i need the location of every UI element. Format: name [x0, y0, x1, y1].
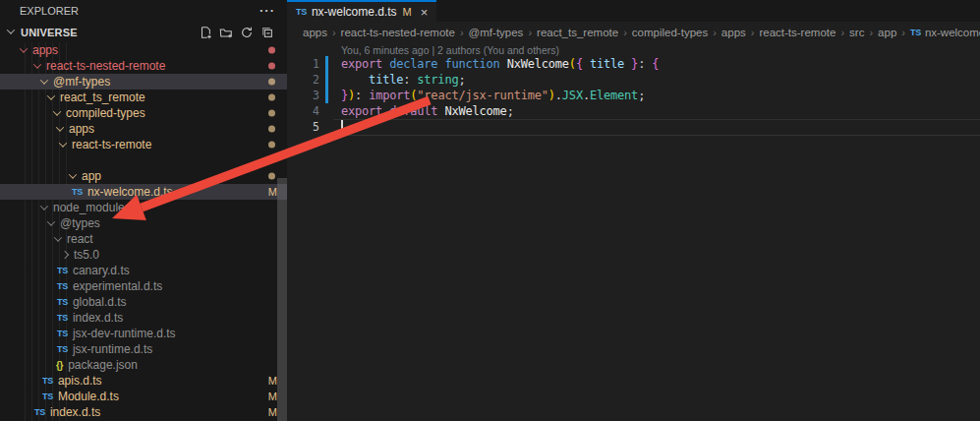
- code-line[interactable]: 2 title: string;: [287, 72, 980, 88]
- vscode-window: EXPLORER ··· UNIVERSE appsreact-ts-neste…: [0, 0, 980, 421]
- code-line[interactable]: 1export declare function NxWelcome({ tit…: [287, 56, 980, 72]
- collapse-all-icon[interactable]: [260, 26, 274, 39]
- git-status-dot: [268, 94, 275, 101]
- code-line[interactable]: 3}): import("react/jsx-runtime").JSX.Ele…: [287, 88, 980, 103]
- tree-item-react_ts_remote[interactable]: react_ts_remote: [0, 90, 287, 105]
- typescript-icon: TS: [57, 313, 68, 323]
- code-line[interactable]: 5: [287, 119, 980, 135]
- tree-item-apps[interactable]: apps: [0, 121, 287, 137]
- tree-item-label: ts5.0: [74, 248, 99, 262]
- tree-item-label: global.d.ts: [73, 295, 127, 309]
- tree-item-jsx-runtime.d.ts[interactable]: TSjsx-runtime.d.ts: [0, 341, 287, 357]
- code-line-text: title: string;: [341, 73, 465, 87]
- chevron-down-icon: [59, 139, 67, 147]
- tree-item-label: Module.d.ts: [58, 390, 119, 403]
- breadcrumb-item[interactable]: src: [849, 27, 864, 38]
- breadcrumb-item[interactable]: react-ts-remote: [759, 27, 836, 38]
- breadcrumb-separator-icon: ›: [460, 27, 464, 38]
- explorer-title-bar: EXPLORER ···: [0, 0, 287, 22]
- code-lines: 1export declare function NxWelcome({ tit…: [287, 56, 980, 135]
- typescript-icon: TS: [57, 344, 68, 354]
- tree-item-jsx-dev-runtime.d.ts[interactable]: TSjsx-dev-runtime.d.ts: [0, 326, 287, 341]
- workspace-title: UNIVERSE: [21, 27, 78, 38]
- tree-item-label: apis.d.ts: [58, 374, 102, 388]
- typescript-icon: TS: [910, 28, 921, 37]
- tree-item-package.json[interactable]: {}package.json: [0, 357, 287, 373]
- tree-item-compiled-types[interactable]: compiled-types: [0, 105, 287, 121]
- git-modified-badge: M: [268, 375, 277, 387]
- new-file-icon[interactable]: [199, 26, 212, 39]
- typescript-icon: TS: [296, 7, 307, 17]
- breadcrumb: apps›react-ts-nested-remote›@mf-types›re…: [287, 22, 980, 43]
- new-folder-icon[interactable]: [219, 26, 233, 39]
- tree-item-@mf-types[interactable]: @mf-types: [0, 74, 287, 90]
- chevron-down-icon: [47, 91, 55, 99]
- tree-item-app[interactable]: app: [0, 168, 287, 184]
- typescript-icon: TS: [42, 376, 53, 386]
- tab-label: nx-welcome.d.ts: [312, 5, 397, 19]
- tree-item-label: react_ts_remote: [60, 90, 145, 104]
- typescript-icon: TS: [57, 281, 68, 291]
- breadcrumb-item[interactable]: nx-welcome.d.ts: [925, 27, 980, 38]
- git-status-dot: [268, 79, 275, 86]
- chevron-down-icon: [33, 60, 41, 68]
- line-number: 1: [287, 57, 319, 71]
- breadcrumb-item[interactable]: apps: [721, 27, 746, 38]
- breadcrumb-item[interactable]: app: [878, 27, 896, 38]
- tree-item-@types[interactable]: @types: [0, 215, 287, 231]
- tree-item-Module.d.ts[interactable]: TSModule.d.tsM: [0, 389, 287, 404]
- chevron-right-icon: [61, 251, 69, 259]
- breadcrumb-item[interactable]: react_ts_remote: [537, 27, 618, 38]
- tree-item-index.d.ts[interactable]: TSindex.d.ts: [0, 310, 287, 326]
- tree-item-react[interactable]: react: [0, 231, 287, 247]
- tree-item-label: @mf-types: [53, 75, 110, 89]
- text-cursor: [341, 120, 343, 134]
- code-line[interactable]: 4export default NxWelcome;: [287, 103, 980, 119]
- close-icon[interactable]: ×: [421, 5, 429, 20]
- tree-item-ts5.0[interactable]: ts5.0: [0, 247, 287, 263]
- line-number: 2: [287, 73, 319, 87]
- workspace-header[interactable]: UNIVERSE: [0, 22, 287, 42]
- tree-item-index.d.ts[interactable]: TSindex.d.tsM: [0, 404, 287, 420]
- more-actions-icon[interactable]: ···: [259, 6, 275, 16]
- tree-item-react-ts-nested-remote[interactable]: react-ts-nested-remote: [0, 58, 287, 74]
- tree-item-label: react: [67, 232, 93, 246]
- tree-item-label: apps: [32, 43, 58, 57]
- chevron-down-icon: [7, 26, 15, 33]
- git-modified-badge: M: [403, 6, 412, 18]
- sidebar-scrollbar[interactable]: [277, 178, 287, 421]
- tree-item-apis.d.ts[interactable]: TSapis.d.tsM: [0, 373, 287, 389]
- chevron-down-icon: [40, 202, 48, 210]
- tree-item-react-ts-remote[interactable]: react-ts-remote: [0, 137, 287, 152]
- tree-item-node_modules[interactable]: node_modules: [0, 200, 287, 215]
- typescript-icon: TS: [34, 407, 45, 417]
- explorer-sidebar: EXPLORER ··· UNIVERSE appsreact-ts-neste…: [0, 0, 287, 421]
- tree-item-apps[interactable]: apps: [0, 42, 287, 58]
- tree-item-nx-welcome.d.ts[interactable]: TSnx-welcome.d.tsM: [0, 184, 287, 200]
- tree-item-label: compiled-types: [66, 106, 145, 120]
- typescript-icon: TS: [57, 329, 68, 338]
- tree-item-experimental.d.ts[interactable]: TSexperimental.d.ts: [0, 278, 287, 294]
- breadcrumb-item[interactable]: react-ts-nested-remote: [341, 27, 455, 38]
- git-status-dot: [268, 47, 275, 54]
- breadcrumb-item[interactable]: compiled-types: [632, 27, 708, 38]
- tree-item-canary.d.ts[interactable]: TScanary.d.ts: [0, 263, 287, 278]
- typescript-icon: TS: [42, 391, 53, 401]
- chevron-down-icon: [69, 170, 77, 178]
- refresh-icon[interactable]: [240, 26, 254, 39]
- tree-item-label: canary.d.ts: [73, 264, 130, 277]
- breadcrumb-item[interactable]: @mf-types: [469, 27, 524, 38]
- explorer-title: EXPLORER: [20, 5, 79, 17]
- breadcrumb-separator-icon: ›: [869, 27, 873, 38]
- code-line-text: export default NxWelcome;: [341, 104, 514, 118]
- tab-bar: TS nx-welcome.d.ts M ×: [287, 0, 980, 22]
- code-editor[interactable]: You, 6 minutes ago | 2 authors (You and …: [287, 43, 980, 421]
- breadcrumb-item[interactable]: apps: [303, 27, 327, 38]
- tree-item-global.d.ts[interactable]: TSglobal.d.ts: [0, 294, 287, 310]
- tree-item-label: jsx-dev-runtime.d.ts: [73, 327, 176, 340]
- chevron-down-icon: [53, 107, 61, 115]
- json-icon: {}: [56, 360, 63, 371]
- file-tree: appsreact-ts-nested-remote@mf-typesreact…: [0, 42, 287, 421]
- tree-item-label: node_modules: [53, 201, 131, 214]
- tab-nx-welcome[interactable]: TS nx-welcome.d.ts M ×: [287, 0, 436, 22]
